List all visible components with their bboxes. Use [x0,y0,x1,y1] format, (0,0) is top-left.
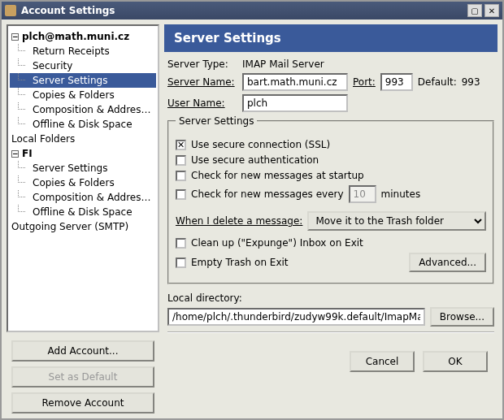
tree-item-offline[interactable]: Offline & Disk Space [10,205,156,219]
server-name-input[interactable] [242,73,348,91]
expunge-checkbox[interactable] [176,238,186,249]
check-interval-input [349,185,376,203]
tree-account-plch[interactable]: −plch@math.muni.cz [10,29,156,44]
secure-auth-checkbox[interactable] [176,155,186,166]
titlebar: Account Settings ▢ ✕ [2,2,502,19]
tree-item-composition[interactable]: Composition & Addressi... [10,102,156,117]
ok-button[interactable]: OK [423,351,488,372]
maximize-button[interactable]: ▢ [467,4,482,17]
tree-item-security[interactable]: Security [10,58,156,73]
tree-item-server-settings[interactable]: Server Settings [10,161,156,175]
account-tree[interactable]: −plch@math.muni.cz Return Receipts Secur… [7,24,159,332]
ssl-label: Use secure connection (SSL) [191,139,330,150]
tree-local-folders[interactable]: Local Folders [10,132,156,146]
tree-item-copies-folders[interactable]: Copies & Folders [10,175,156,190]
check-startup-label: Check for new messages at startup [191,170,364,181]
tree-smtp[interactable]: Outgoing Server (SMTP) [10,219,156,234]
server-type-label: Server Type: [167,58,237,70]
remove-account-button[interactable]: Remove Account [11,392,154,414]
empty-trash-checkbox[interactable] [176,258,186,268]
window-title: Account Settings [21,5,115,16]
local-dir-label: Local directory: [167,292,242,304]
collapse-icon[interactable]: − [11,33,19,41]
delete-action-select[interactable]: Move it to the Trash folder [307,211,486,231]
add-account-button[interactable]: Add Account... [11,340,154,362]
close-button[interactable]: ✕ [484,4,499,17]
delete-label: When I delete a message: [176,215,302,227]
port-label: Port: [353,76,376,88]
empty-trash-label: Empty Trash on Exit [191,257,289,268]
tree-account-fi[interactable]: −FI [10,146,156,161]
expunge-label: Clean up ("Expunge") Inbox on Exit [191,237,363,249]
default-port-value: 993 [462,76,480,88]
server-name-label: Server Name: [167,76,237,88]
check-startup-checkbox[interactable] [176,171,186,181]
advanced-button[interactable]: Advanced... [409,253,486,272]
port-input[interactable] [380,73,413,91]
tree-item-copies-folders[interactable]: Copies & Folders [10,88,156,102]
minutes-label: minutes [381,188,421,200]
cancel-button[interactable]: Cancel [350,351,415,372]
ssl-checkbox[interactable] [176,140,186,150]
check-every-checkbox[interactable] [176,189,186,200]
set-default-button: Set as Default [11,366,154,388]
panel-title: Server Settings [164,24,497,52]
tree-item-return-receipts[interactable]: Return Receipts [10,44,156,58]
default-label: Default: [418,76,457,88]
tree-item-server-settings[interactable]: Server Settings [10,73,156,88]
check-every-label: Check for new messages every [191,188,344,200]
server-type-value: IMAP Mail Server [242,58,324,70]
account-settings-window: Account Settings ▢ ✕ −plch@math.muni.cz … [0,0,504,420]
fieldset-legend: Server Settings [176,115,257,127]
tree-item-offline[interactable]: Offline & Disk Space [10,117,156,132]
collapse-icon[interactable]: − [11,150,19,158]
user-name-label: User Name: [167,97,237,109]
secure-auth-label: Use secure authentication [191,154,319,166]
local-dir-input[interactable] [167,308,425,326]
server-settings-fieldset: Server Settings Use secure connection (S… [167,115,494,284]
user-name-input[interactable] [242,94,348,112]
separator [167,331,494,333]
tree-item-composition[interactable]: Composition & Addressi... [10,190,156,205]
app-icon [5,5,16,16]
browse-button[interactable]: Browse... [430,307,494,327]
